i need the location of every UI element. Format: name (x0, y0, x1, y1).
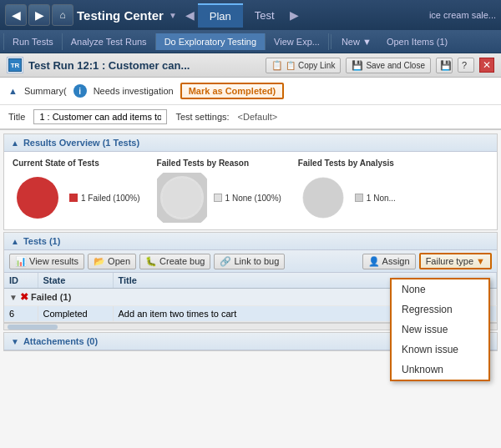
view-results-button[interactable]: 📊 View results (9, 254, 84, 269)
scrollbar-thumb (8, 325, 58, 330)
save-icon-button[interactable]: 💾 (436, 58, 453, 73)
app-dropdown-arrow[interactable]: ▼ (169, 11, 177, 20)
col-state: State (38, 273, 113, 289)
dropdown-item-regression[interactable]: Regression (392, 300, 488, 320)
title-label: Title (8, 112, 25, 122)
open-icon: 📂 (94, 256, 105, 267)
home-button[interactable]: ⌂ (52, 4, 73, 26)
title-input[interactable] (33, 109, 167, 124)
legend-box-non (355, 194, 363, 202)
toolbar-new-button[interactable]: New ▼ (335, 33, 378, 50)
settings-value: <Default> (238, 112, 278, 122)
chart1-group: 1 Failed (100%) (13, 173, 140, 223)
tests-section-title: Tests (1) (23, 236, 60, 246)
settings-label: Test settings: (175, 112, 229, 122)
legend-non-label: 1 Non... (367, 194, 396, 203)
status-badge: Needs investigation (94, 86, 174, 96)
create-bug-icon: 🐛 (145, 256, 157, 267)
dropdown-item-unknown[interactable]: Unknown (392, 360, 488, 380)
app-title: Testing Center (77, 8, 164, 23)
open-button[interactable]: 📂 Open (88, 254, 136, 269)
toolbar-analyze[interactable]: Analyze Test Runs (63, 33, 156, 50)
row-state-cell: Completed (38, 306, 113, 322)
svg-point-0 (17, 177, 58, 219)
svg-point-6 (313, 188, 333, 208)
chart3-pie (298, 173, 348, 223)
summary-row: ▲ Summary( i Needs investigation Mark as… (0, 78, 501, 105)
back-button[interactable]: ◀ (5, 4, 27, 26)
help-button[interactable]: ? (458, 58, 474, 73)
legend-box-none (214, 194, 222, 202)
summary-toggle[interactable]: ▲ (8, 86, 18, 96)
create-bug-button[interactable]: 🐛 Create bug (139, 254, 210, 269)
dropdown-item-none[interactable]: None (392, 279, 488, 300)
summary-label: Summary( (24, 86, 67, 96)
legend-failed-label: 1 Failed (100%) (81, 194, 140, 203)
link-icon: 🔗 (220, 256, 231, 267)
failure-type-button[interactable]: Failure type ▼ None Regression New issue… (419, 253, 492, 269)
legend-none-label: 1 None (100%) (225, 194, 281, 203)
copy-link-button[interactable]: 📋 📋 Copy Link (266, 58, 341, 73)
chart-failed-by-analysis: Failed Tests by Analysis 1 Non... (298, 159, 396, 223)
toolbar-exploratory[interactable]: Do Exploratory Testing (156, 33, 266, 50)
top-navigation: ◀ ▶ ⌂ Testing Center ▼ ◀ Plan Test ▶ ice… (0, 0, 501, 30)
tests-section-header[interactable]: ▲ Tests (1) (4, 233, 497, 250)
info-icon[interactable]: i (73, 84, 87, 98)
copy-icon: 📋 (271, 60, 283, 71)
results-overview-header[interactable]: ▲ Results Overview (1 Tests) (4, 134, 497, 152)
save-icon: 💾 (352, 60, 363, 71)
tab-test[interactable]: Test (243, 4, 286, 27)
results-overview-content: Current State of Tests 1 Failed (100%) F… (4, 152, 497, 229)
failure-dropdown-arrow: ▼ (476, 256, 485, 266)
attachments-title: Attachements (0) (23, 336, 98, 346)
chart2-legend: 1 None (100%) (214, 194, 281, 203)
failure-type-dropdown: None Regression New issue Known issue Un… (390, 278, 490, 381)
results-overview-section: ▲ Results Overview (1 Tests) Current Sta… (3, 133, 498, 230)
forward-button[interactable]: ▶ (28, 4, 50, 26)
save-close-button[interactable]: 💾 Save and Close (346, 58, 431, 73)
second-toolbar: Run Tests Analyze Test Runs Do Explorato… (0, 30, 501, 53)
doc-header: TR Test Run 12:1 : Customer can... 📋 📋 C… (0, 53, 501, 78)
chart1-title: Current State of Tests (13, 159, 140, 168)
chart-failed-by-reason: Failed Tests by Reason 1 None (100%) (157, 159, 281, 223)
tests-section: ▲ Tests (1) 📊 View results 📂 Open 🐛 Crea… (3, 232, 498, 330)
dropdown-item-new-issue[interactable]: New issue (392, 320, 488, 340)
legend-box-failed (69, 194, 78, 202)
results-overview-title: Results Overview (1 Tests) (23, 138, 139, 148)
doc-title: Test Run 12:1 : Customer can... (28, 59, 261, 72)
user-label: ice cream sale... (429, 10, 496, 20)
chart2-title: Failed Tests by Reason (157, 159, 281, 168)
tests-toolbar: 📊 View results 📂 Open 🐛 Create bug 🔗 Lin… (4, 250, 497, 273)
row-id-cell: 6 (4, 306, 38, 322)
error-icon: ✖ (20, 291, 28, 303)
doc-header-icon-wrap: TR (7, 57, 23, 73)
close-button[interactable]: ✕ (479, 58, 494, 73)
svg-point-4 (172, 188, 192, 208)
chart2-pie (157, 173, 207, 223)
chart3-group: 1 Non... (298, 173, 396, 223)
toolbar-run-tests[interactable]: Run Tests (3, 33, 63, 50)
nav-right-chevron[interactable]: ▶ (290, 8, 299, 22)
assign-icon: 👤 (368, 256, 380, 267)
dropdown-item-known-issue[interactable]: Known issue (392, 340, 488, 360)
chart1-pie (13, 173, 63, 223)
mark-completed-button[interactable]: Mark as Completed) (180, 83, 285, 99)
title-row: Title Test settings: <Default> (0, 105, 501, 130)
chart3-title: Failed Tests by Analysis (298, 159, 396, 168)
doc-icon: TR (8, 58, 22, 72)
chart1-legend: 1 Failed (100%) (69, 194, 140, 203)
toolbar-view-exp[interactable]: View Exp... (266, 33, 329, 50)
nav-left-chevron[interactable]: ◀ (185, 8, 195, 22)
charts-row: Current State of Tests 1 Failed (100%) F… (13, 159, 488, 223)
link-to-bug-button[interactable]: 🔗 Link to bug (214, 254, 285, 269)
main-content: TR Test Run 12:1 : Customer can... 📋 📋 C… (0, 53, 501, 448)
col-id: ID (4, 273, 38, 289)
tab-plan[interactable]: Plan (198, 3, 243, 28)
chart3-legend: 1 Non... (355, 194, 396, 203)
view-results-icon: 📊 (15, 256, 27, 267)
chart-current-state: Current State of Tests 1 Failed (100%) (13, 159, 140, 223)
open-items-button[interactable]: Open Items (1) (380, 33, 454, 50)
assign-button[interactable]: 👤 Assign (362, 254, 416, 269)
group-expand-icon[interactable]: ▼ (9, 293, 18, 302)
chart2-group: 1 None (100%) (157, 173, 281, 223)
